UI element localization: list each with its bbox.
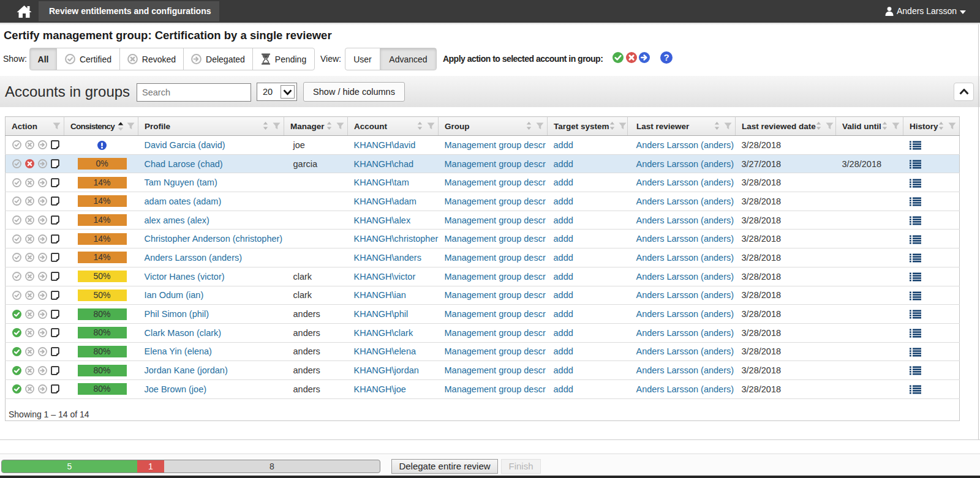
svg-text:?: ? <box>663 52 669 62</box>
